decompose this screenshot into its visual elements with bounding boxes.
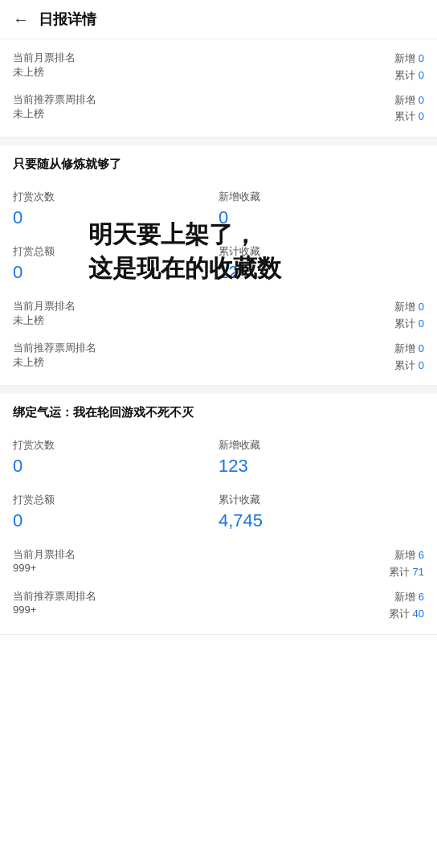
weekly-rank-total-1: 累计 0 (394, 108, 424, 125)
book-2-weekly-rank: 当前推荐票周排名 999+ 新增 6 累计 40 (13, 589, 424, 623)
total-collect-cell-2: 累计收藏 4,745 (218, 485, 424, 539)
book-1-weekly-rank: 当前推荐票周排名 未上榜 新增 0 累计 0 (13, 341, 424, 375)
book-2-weekly-sub: 999+ (13, 604, 96, 616)
reward-count-cell-1: 打赏次数 0 (13, 182, 218, 236)
book-1-monthly-new: 新增 0 (394, 299, 424, 316)
weekly-rank-new-1: 新增 0 (394, 92, 424, 109)
book-1-monthly-values: 新增 0 累计 0 (394, 299, 424, 333)
new-collect-cell-2: 新增收藏 123 (218, 430, 424, 485)
total-collect-cell-1: 累计收藏 12 (218, 236, 424, 291)
new-collect-value-2: 123 (218, 456, 424, 477)
book-1-weekly-new: 新增 0 (394, 341, 424, 358)
book-1-rank-rows: 当前月票排名 未上榜 新增 0 累计 0 当前推荐票周排名 未上榜 (13, 299, 424, 374)
book-2-monthly-total: 累计 71 (389, 564, 424, 581)
reward-total-label-2: 打赏总额 (13, 493, 218, 507)
reward-count-cell-2: 打赏次数 0 (13, 430, 218, 485)
weekly-rank-label-1: 当前推荐票周排名 (13, 92, 96, 107)
book-2-weekly-new: 新增 6 (389, 589, 424, 606)
book-1-monthly-rank: 当前月票排名 未上榜 新增 0 累计 0 (13, 299, 424, 333)
new-collect-label-2: 新增收藏 (218, 438, 424, 452)
divider-2 (0, 386, 437, 394)
book-2-weekly-total: 累计 40 (389, 606, 424, 623)
total-collect-label-1: 累计收藏 (218, 244, 424, 259)
monthly-rank-label-1: 当前月票排名 (13, 51, 76, 65)
book-2-weekly-values: 新增 6 累计 40 (389, 589, 424, 623)
rank-row-monthly-1: 当前月票排名 未上榜 新增 0 累计 0 (13, 51, 424, 84)
total-collect-value-2: 4,745 (218, 510, 424, 531)
weekly-rank-values-1: 新增 0 累计 0 (394, 92, 424, 126)
reward-count-label-2: 打赏次数 (13, 438, 218, 452)
book-1-title: 只要随从修炼就够了 (13, 157, 424, 172)
book-2-rank-rows: 当前月票排名 999+ 新增 6 累计 71 当前推荐票周排名 999+ (13, 547, 424, 622)
back-icon[interactable]: ← (13, 10, 29, 29)
monthly-rank-values-1: 新增 0 累计 0 (394, 51, 424, 84)
book-2-title: 绑定气运：我在轮回游戏不死不灭 (13, 405, 424, 420)
book-2-monthly-label: 当前月票排名 (13, 547, 76, 562)
divider-1 (0, 137, 437, 145)
rank-row-weekly-1: 当前推荐票周排名 未上榜 新增 0 累计 0 (13, 92, 424, 126)
reward-total-label-1: 打赏总额 (13, 244, 218, 259)
reward-count-value-2: 0 (13, 456, 218, 477)
weekly-rank-sub-1: 未上榜 (13, 107, 96, 121)
book-1-weekly-label: 当前推荐票周排名 (13, 341, 96, 355)
reward-total-value-1: 0 (13, 262, 218, 283)
book-1-monthly-sub: 未上榜 (13, 313, 76, 328)
book-1-monthly-label: 当前月票排名 (13, 299, 76, 313)
total-collect-label-2: 累计收藏 (218, 493, 424, 507)
section-book-2: 绑定气运：我在轮回游戏不死不灭 打赏次数 0 新增收藏 123 打赏总额 0 累… (0, 394, 437, 634)
book-2-monthly-values: 新增 6 累计 71 (389, 547, 424, 581)
monthly-rank-new-1: 新增 0 (394, 51, 424, 68)
book-2-monthly-new: 新增 6 (389, 547, 424, 564)
monthly-rank-sub-1: 未上榜 (13, 65, 76, 80)
book-2-stats: 打赏次数 0 新增收藏 123 打赏总额 0 累计收藏 4,745 (13, 430, 424, 539)
book-2-weekly-label: 当前推荐票周排名 (13, 589, 96, 604)
book-1-weekly-total: 累计 0 (394, 358, 424, 375)
new-collect-value-1: 0 (218, 207, 424, 228)
new-collect-label-1: 新增收藏 (218, 190, 424, 204)
book-1-weekly-sub: 未上榜 (13, 355, 96, 370)
book-2-monthly-rank: 当前月票排名 999+ 新增 6 累计 71 (13, 547, 424, 581)
section-book-1: 只要随从修炼就够了 打赏次数 0 新增收藏 0 打赏总额 0 累计收藏 12 明… (0, 145, 437, 386)
book-2-monthly-sub: 999+ (13, 562, 76, 574)
page-title: 日报详情 (39, 10, 96, 29)
book-1-weekly-values: 新增 0 累计 0 (394, 341, 424, 375)
reward-count-value-1: 0 (13, 207, 218, 228)
book-1-monthly-total: 累计 0 (394, 316, 424, 333)
reward-total-cell-2: 打赏总额 0 (13, 485, 218, 539)
reward-count-label-1: 打赏次数 (13, 190, 218, 204)
monthly-rank-total-1: 累计 0 (394, 68, 424, 84)
reward-total-value-2: 0 (13, 510, 218, 531)
section-top-ranks: 当前月票排名 未上榜 新增 0 累计 0 当前推荐票周排名 未上榜 新增 0 (0, 39, 437, 137)
header: ← 日报详情 (0, 0, 437, 39)
new-collect-cell-1: 新增收藏 0 (218, 182, 424, 236)
reward-total-cell-1: 打赏总额 0 (13, 236, 218, 291)
total-collect-value-1: 12 (218, 262, 424, 283)
book-1-stats: 打赏次数 0 新增收藏 0 打赏总额 0 累计收藏 12 (13, 182, 424, 291)
